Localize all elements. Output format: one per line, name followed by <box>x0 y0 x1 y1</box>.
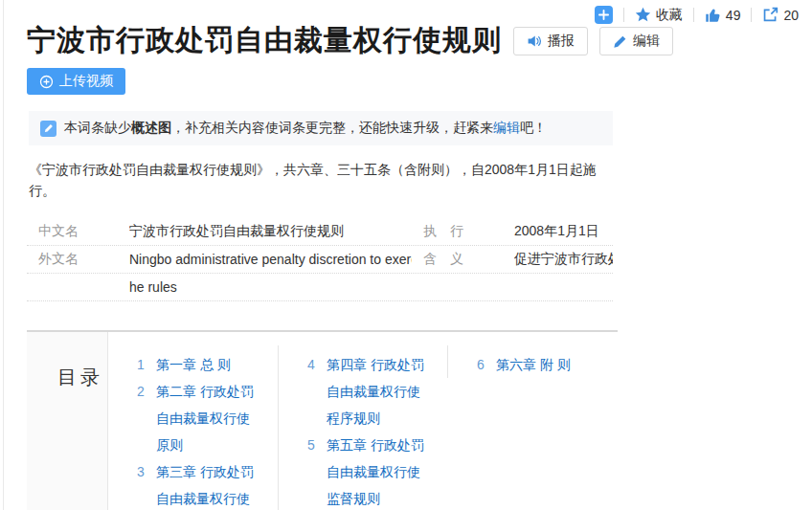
catalog-item: 2 第二章 行政处罚自由裁量权行使原则 <box>137 378 278 458</box>
catalog-item: 4 第四章 行政处罚自由裁量权行使程序规则 <box>307 351 447 432</box>
catalog-items: 1 第一章 总 则 2 第二章 行政处罚自由裁量权行使原则 3 第三章 行政处罚… <box>108 332 617 510</box>
info-label: 中文名 <box>27 223 129 240</box>
info-label <box>412 279 514 295</box>
missing-summary-notice: 本词条缺少概述图，补充相关内容使词条更完整，还能快速升级，赶紧来编辑吧！ <box>29 111 613 145</box>
catalog-column-1: 1 第一章 总 则 2 第二章 行政处罚自由裁量权行使原则 3 第三章 行政处罚… <box>108 345 278 510</box>
broadcast-label: 播报 <box>548 33 575 50</box>
info-row: 外文名 Ningbo administrative penalty discre… <box>27 246 613 274</box>
share-icon <box>762 7 778 23</box>
pencil-icon <box>613 34 627 49</box>
share-button[interactable]: 20 <box>762 7 799 23</box>
catalog-link-chapter4[interactable]: 第四章 行政处罚自由裁量权行使程序规则 <box>327 351 429 432</box>
catalog-item: 6 第六章 附 则 <box>477 351 617 378</box>
thumb-up-icon <box>705 7 721 23</box>
catalog-link-chapter6[interactable]: 第六章 附 则 <box>496 351 598 378</box>
info-value: 2008年1月1日 <box>514 223 613 240</box>
edit-pencil-icon <box>40 121 56 137</box>
catalog-box: 目录 1 第一章 总 则 2 第二章 行政处罚自由裁量权行使原则 3 第三章 行… <box>27 330 618 510</box>
page-title: 宁波市行政处罚自由裁量权行使规则 <box>27 21 502 59</box>
catalog-item-number: 5 <box>307 432 321 510</box>
catalog-item-number: 1 <box>137 351 150 378</box>
catalog-column-3: 6 第六章 附 则 <box>447 345 617 378</box>
broadcast-button[interactable]: 播报 <box>513 27 588 55</box>
basic-info-table: 中文名 宁波市行政处罚自由裁量权行使规则 执 行 2008年1月1日 外文名 N… <box>27 218 613 301</box>
notice-bold-term: 概述图 <box>131 120 171 135</box>
catalog-item-number: 6 <box>477 351 490 378</box>
edit-label: 编辑 <box>633 33 660 50</box>
upload-video-label: 上传视频 <box>59 73 113 90</box>
notice-text: 本词条缺少概述图，补充相关内容使词条更完整，还能快速升级，赶紧来编辑吧！ <box>64 120 547 137</box>
circle-plus-icon <box>39 75 54 89</box>
catalog-link-chapter3[interactable]: 第三章 行政处罚自由裁量权行使实体规则 <box>156 458 259 510</box>
catalog-column-2: 4 第四章 行政处罚自由裁量权行使程序规则 5 第五章 行政处罚自由裁量权行使监… <box>278 345 447 510</box>
catalog-link-chapter1[interactable]: 第一章 总 则 <box>156 351 259 378</box>
catalog-item-number: 3 <box>137 458 150 510</box>
catalog-item-number: 4 <box>307 351 321 432</box>
catalog-item: 1 第一章 总 则 <box>137 351 278 378</box>
info-value: 宁波市行政处罚自由裁量权行使规则 <box>129 223 412 240</box>
like-count: 49 <box>726 8 741 23</box>
info-row: he rules <box>27 274 613 301</box>
catalog-link-chapter2[interactable]: 第二章 行政处罚自由裁量权行使原则 <box>156 378 259 458</box>
upload-video-button[interactable]: 上传视频 <box>27 68 125 95</box>
add-to-icon[interactable] <box>595 6 613 24</box>
entry-summary: 《宁波市行政处罚自由裁量权行使规则》，共六章、三十五条（含附则），自2008年1… <box>27 159 618 201</box>
catalog-side: 目录 <box>27 332 108 510</box>
social-toolbar: 收藏 49 20 <box>595 6 799 24</box>
info-label: 外文名 <box>27 251 129 268</box>
title-row: 宁波市行政处罚自由裁量权行使规则 播报 编辑 <box>27 21 618 59</box>
catalog-link-chapter5[interactable]: 第五章 行政处罚自由裁量权行使监督规则 <box>327 432 429 510</box>
page-left-divider <box>3 0 4 510</box>
info-value: Ningbo administrative penalty discretion… <box>129 252 412 267</box>
catalog-item-number: 2 <box>137 378 150 458</box>
info-row: 中文名 宁波市行政处罚自由裁量权行使规则 执 行 2008年1月1日 <box>27 218 613 246</box>
info-value: 促进宁波市行政处罚 <box>514 251 613 268</box>
info-value: he rules <box>129 279 412 295</box>
catalog-item: 5 第五章 行政处罚自由裁量权行使监督规则 <box>307 432 447 510</box>
star-icon <box>635 7 651 23</box>
favorite-button[interactable]: 收藏 <box>635 7 683 24</box>
catalog-item: 3 第三章 行政处罚自由裁量权行使实体规则 <box>137 458 278 510</box>
toolbar-separator <box>751 8 752 22</box>
info-label: 执 行 <box>412 223 514 240</box>
catalog-title: 目录 <box>57 365 107 390</box>
toolbar-separator <box>693 8 694 22</box>
notice-edit-link[interactable]: 编辑 <box>493 120 520 135</box>
toolbar-separator <box>623 8 624 22</box>
info-label: 含 义 <box>412 251 514 268</box>
baike-entry-page: 收藏 49 20 宁波市行政处罚自由裁量权行使规则 播报 编辑 <box>0 0 812 510</box>
like-button[interactable]: 49 <box>705 7 741 23</box>
favorite-label: 收藏 <box>656 7 683 24</box>
speaker-icon <box>527 33 542 49</box>
edit-button[interactable]: 编辑 <box>599 27 673 55</box>
share-count: 20 <box>783 8 799 23</box>
